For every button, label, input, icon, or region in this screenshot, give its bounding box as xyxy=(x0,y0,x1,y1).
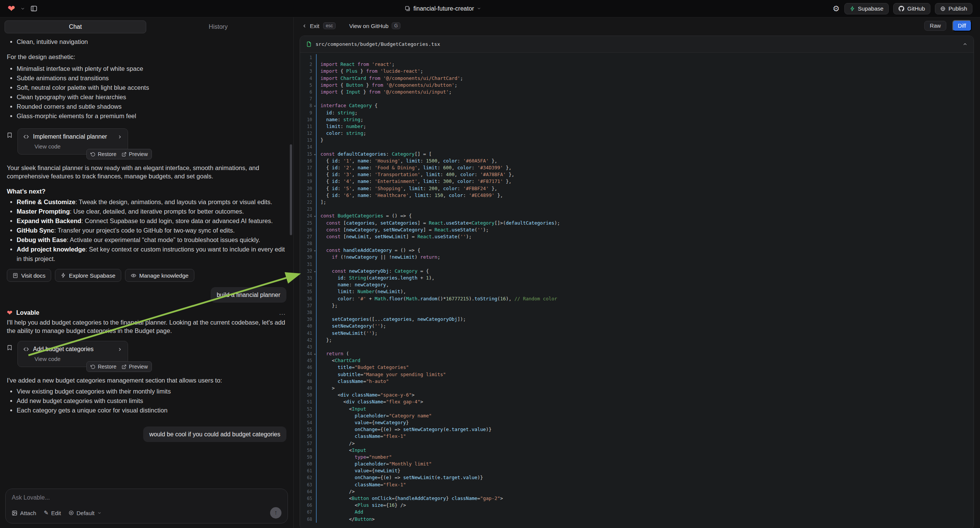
fold-chevron-icon[interactable]: ▾ xyxy=(314,351,316,358)
preview-button[interactable]: Preview xyxy=(122,364,148,370)
code-line[interactable]: 49 > xyxy=(300,385,974,392)
code-line[interactable]: 17 { id: '2', name: 'Food & Dining', lim… xyxy=(300,164,974,171)
code-line[interactable]: 20 { id: '5', name: 'Shopping', limit: 2… xyxy=(300,185,974,192)
code-line[interactable]: 11 limit: number; xyxy=(300,123,974,130)
code-line[interactable]: 52 <Input xyxy=(300,406,974,412)
code-line[interactable]: 22]; xyxy=(300,199,974,206)
tab-chat[interactable]: Chat xyxy=(5,21,146,33)
settings-gear-icon[interactable]: ⚙ xyxy=(833,5,840,13)
code-line[interactable]: 27 const [newLimit, setNewLimit] = React… xyxy=(300,233,974,240)
code-line[interactable]: 43 xyxy=(300,344,974,350)
ask-lovable-input[interactable] xyxy=(12,494,282,501)
code-line[interactable]: 6import { Input } from '@/components/ui/… xyxy=(300,89,974,95)
code-line[interactable]: 42 }; xyxy=(300,337,974,344)
supabase-button[interactable]: Supabase xyxy=(845,3,889,14)
code-line[interactable]: 48 className="h-auto" xyxy=(300,378,974,385)
code-line[interactable]: 23 xyxy=(300,206,974,213)
code-line[interactable]: 47 subtitle="Manage your spending limits… xyxy=(300,371,974,378)
code-line[interactable]: 24▾const BudgetCategories = () => { xyxy=(300,213,974,219)
github-button[interactable]: GitHub xyxy=(893,3,931,14)
preview-button[interactable]: Preview xyxy=(122,151,148,157)
code-line[interactable]: 9 id: string; xyxy=(300,110,974,116)
code-line[interactable]: 16 { id: '1', name: 'Housing', limit: 15… xyxy=(300,157,974,164)
code-line[interactable]: 3import { Plus } from 'lucide-react'; xyxy=(300,68,974,75)
code-line[interactable]: 65 <Button onClick={handleAddCategory} c… xyxy=(300,495,974,502)
code-line[interactable]: 31 xyxy=(300,261,974,268)
fold-chevron-icon[interactable]: ▾ xyxy=(314,151,316,158)
code-line[interactable]: 30 if (!newCategory || !newLimit) return… xyxy=(300,254,974,261)
send-button[interactable]: ↑ xyxy=(270,507,282,518)
code-line[interactable]: 67 Add xyxy=(300,509,974,515)
code-line[interactable]: 61 value={newLimit} xyxy=(300,468,974,474)
edit-button[interactable]: ✎ Edit xyxy=(44,509,61,516)
code-line[interactable]: 66 <Plus size={16} /> xyxy=(300,502,974,509)
publish-button[interactable]: Publish xyxy=(935,3,972,14)
attach-button[interactable]: Attach xyxy=(12,510,37,516)
code-line[interactable]: 63 className="flex-1" xyxy=(300,482,974,488)
chat-message-area[interactable]: Clean, intuitive navigation For the desi… xyxy=(0,35,293,485)
project-switcher[interactable]: financial-future-creator xyxy=(404,5,481,12)
code-line[interactable]: 39 setCategories([...categories, newCate… xyxy=(300,316,974,323)
code-line[interactable]: 53 placeholder="Category name" xyxy=(300,412,974,419)
chevron-right-icon[interactable] xyxy=(118,347,123,352)
chevron-down-icon[interactable] xyxy=(21,6,25,11)
code-line[interactable]: 28 xyxy=(300,240,974,247)
collapse-chevron-up-icon[interactable] xyxy=(963,42,967,46)
chat-scrollbar[interactable] xyxy=(290,144,292,235)
code-line[interactable]: 34 name: newCategory, xyxy=(300,281,974,288)
code-line[interactable]: 36 color: '#' + Math.floor(Math.random()… xyxy=(300,296,974,302)
view-on-github-link[interactable]: View on GitHub G xyxy=(349,22,401,29)
restore-button[interactable]: Restore xyxy=(91,364,116,370)
code-line[interactable]: 33 id: String(categories.length + 1), xyxy=(300,275,974,281)
fold-chevron-icon[interactable]: ▾ xyxy=(314,213,316,220)
code-line[interactable]: 59 type="number" xyxy=(300,454,974,461)
code-line[interactable]: 29▾ const handleAddCategory = () => { xyxy=(300,247,974,254)
explore-supabase-button[interactable]: Explore Supabase xyxy=(55,269,121,282)
code-line[interactable]: 40 setNewCategory(''); xyxy=(300,323,974,329)
code-line[interactable]: 62 onChange={(e) => setNewLimit(e.target… xyxy=(300,474,974,481)
code-line[interactable]: 37 }; xyxy=(300,302,974,309)
code-line[interactable]: 19 { id: '4', name: 'Entertainment', lim… xyxy=(300,178,974,185)
message-options-icon[interactable]: … xyxy=(279,309,286,316)
exit-button[interactable]: Exit xyxy=(302,23,319,29)
sidebar-toggle-icon[interactable] xyxy=(30,5,38,12)
code-line[interactable]: 60 placeholder="Monthly limit" xyxy=(300,461,974,468)
bookmark-icon[interactable] xyxy=(7,132,13,138)
bookmark-icon[interactable] xyxy=(7,345,13,351)
code-line[interactable]: 8▾interface Category { xyxy=(300,102,974,109)
code-line[interactable]: 7 xyxy=(300,95,974,102)
code-line[interactable]: 58 <Input xyxy=(300,447,974,454)
code-line[interactable]: 54 value={newCategory} xyxy=(300,419,974,426)
code-line[interactable]: 45 <ChartCard xyxy=(300,357,974,364)
raw-button[interactable]: Raw xyxy=(924,21,946,31)
code-line[interactable]: 18 { id: '3', name: 'Transportation', li… xyxy=(300,171,974,178)
code-change-card[interactable]: Implement financial planner View code Re… xyxy=(18,129,128,154)
fold-chevron-icon[interactable]: ▾ xyxy=(314,268,316,275)
code-line[interactable]: 10 name: string; xyxy=(300,116,974,123)
mode-selector[interactable]: Default xyxy=(68,510,102,516)
code-line[interactable]: 46 title="Budget Categories" xyxy=(300,364,974,371)
code-line[interactable]: 21 { id: '6', name: 'Healthcare', limit:… xyxy=(300,192,974,199)
fold-chevron-icon[interactable]: ▾ xyxy=(314,103,316,110)
code-line[interactable]: 38 xyxy=(300,309,974,316)
diff-button[interactable]: Diff xyxy=(952,20,972,32)
file-header[interactable]: src/components/budget/BudgetCategories.t… xyxy=(300,36,974,52)
restore-button[interactable]: Restore xyxy=(91,151,116,157)
code-line[interactable]: 56 className="flex-1" xyxy=(300,433,974,440)
fold-chevron-icon[interactable]: ▾ xyxy=(314,247,316,254)
manage-knowledge-button[interactable]: Manage knowledge xyxy=(125,269,194,282)
code-line[interactable]: 41 setNewLimit(''); xyxy=(300,330,974,337)
code-line[interactable]: 15▾const defaultCategories: Category[] =… xyxy=(300,151,974,157)
code-line[interactable]: 1 xyxy=(300,54,974,61)
code-line[interactable]: 51 <div className="flex gap-4"> xyxy=(300,398,974,405)
code-line[interactable]: 44▾ return ( xyxy=(300,350,974,357)
visit-docs-button[interactable]: Visit docs xyxy=(7,269,51,282)
code-line[interactable]: 57 /> xyxy=(300,440,974,447)
code-line[interactable]: 50 <div className="space-y-6"> xyxy=(300,392,974,398)
code-line[interactable]: 64 /> xyxy=(300,488,974,495)
code-line[interactable]: 12 color: string; xyxy=(300,130,974,137)
chevron-right-icon[interactable] xyxy=(118,134,123,139)
code-line[interactable]: 25 const [categories, setCategories] = R… xyxy=(300,220,974,226)
tab-history[interactable]: History xyxy=(148,21,289,33)
code-line[interactable]: 68 </Button> xyxy=(300,516,974,523)
